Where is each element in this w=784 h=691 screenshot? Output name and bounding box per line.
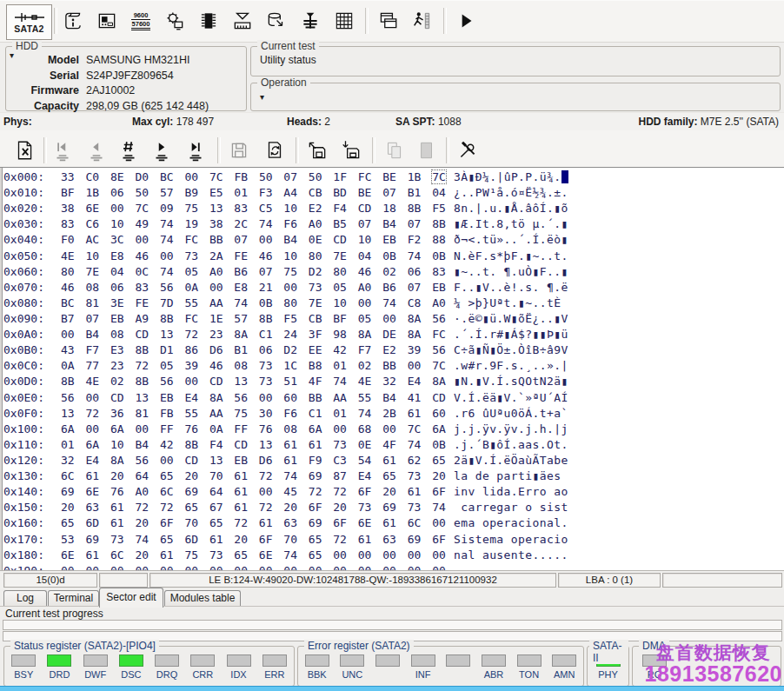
utility-settings-icon — [163, 10, 186, 32]
last-sector-button[interactable] — [180, 135, 211, 166]
first-sector-button[interactable] — [47, 135, 78, 166]
hex-row[interactable]: 0x060:80 7E 04 0C 74 05 A0 B6 07 75 D2 8… — [3, 264, 568, 280]
save-sector-button[interactable] — [223, 135, 255, 166]
hex-row[interactable]: 0x030:83 C6 10 49 74 19 38 2C 74 F6 A0 B… — [3, 216, 568, 232]
tab-modules-table[interactable]: Modules table — [164, 590, 241, 607]
hex-row[interactable]: 0x120:32 E4 8A 56 00 CD 13 EB D6 61 F9 C… — [3, 453, 568, 468]
goto-sector-button[interactable] — [113, 135, 144, 166]
hex-bytes: 80 7E 04 0C 74 05 A0 B6 07 75 D2 80 46 0… — [61, 264, 447, 280]
save-sector-icon — [228, 139, 250, 162]
hex-address: 0x160: — [3, 515, 61, 531]
hex-address: 0x000: — [3, 169, 61, 185]
hex-row[interactable]: 0x170:53 69 73 74 65 6D 61 20 6F 70 65 7… — [3, 532, 568, 548]
exit-run-button[interactable] — [406, 5, 437, 37]
dma-register-title: DMA — [639, 640, 669, 652]
next-sector-button[interactable] — [146, 135, 177, 166]
start-button[interactable] — [450, 5, 482, 37]
heads-filter-button[interactable] — [295, 5, 326, 37]
hex-row[interactable]: 0x080:BC 81 3E FE 7D 55 AA 74 0B 80 7E 1… — [3, 296, 568, 311]
hex-bytes: 53 69 73 74 65 6D 61 20 6F 70 65 72 61 6… — [61, 532, 447, 548]
led-label: DWF — [84, 669, 106, 680]
hdd-model-value: SAMSUNG HM321HI — [86, 53, 189, 69]
hex-row[interactable]: 0x070:46 08 06 83 56 0A 00 E8 21 00 73 0… — [3, 280, 568, 296]
tab-log[interactable]: Log — [3, 590, 47, 607]
hdd-panel-title: HDD — [12, 40, 42, 52]
hex-row[interactable]: 0x0D0:8B 4E 02 8B 56 00 CD 13 73 51 4F 7… — [3, 374, 568, 389]
heads-filter-icon — [299, 10, 322, 32]
save-to-file-button[interactable] — [336, 135, 367, 166]
led-lamp — [262, 654, 287, 667]
hex-row[interactable]: 0x020:38 6E 00 7C 09 75 13 83 C5 10 E2 F… — [3, 201, 568, 216]
hex-row[interactable]: 0x0B0:43 F7 E3 8B D1 86 D6 B1 06 D2 EE 4… — [3, 342, 568, 358]
hex-bytes: 6E 61 6C 20 61 75 73 65 6E 74 65 00 00 0… — [61, 548, 447, 563]
paste-button[interactable] — [410, 135, 442, 166]
drive-info-button[interactable] — [57, 5, 89, 37]
refresh-sector-button[interactable] — [259, 135, 290, 166]
data-extractor-icon — [265, 10, 288, 32]
hex-address: 0x0E0: — [3, 390, 61, 406]
led-INF: INF — [407, 654, 440, 680]
hex-address: 0x0A0: — [3, 327, 61, 342]
tab-terminal[interactable]: Terminal — [48, 590, 99, 607]
hdd-serial-label: Serial — [11, 69, 86, 84]
sata-port-button[interactable]: SATA2 — [6, 4, 52, 40]
port-speed-button[interactable]: 9600 57600 — [125, 5, 156, 37]
chip-button[interactable] — [193, 5, 224, 37]
hex-row[interactable]: 0x130:6C 61 20 64 65 20 70 61 72 74 69 8… — [3, 468, 568, 484]
hex-settings-button[interactable] — [452, 135, 483, 166]
led-label: ERR — [264, 669, 284, 680]
operation-dropdown-caret[interactable]: ▾ — [260, 93, 264, 102]
hex-row[interactable]: 0x180:6E 61 6C 20 61 75 73 65 6E 74 65 0… — [3, 548, 568, 563]
hex-row[interactable]: 0x040:F0 AC 3C 00 74 FC BB 07 00 B4 0E C… — [3, 232, 568, 248]
head-map-button[interactable] — [227, 5, 258, 37]
hex-row[interactable]: 0x090:B7 07 EB A9 8B FC 1E 57 8B F5 CB B… — [3, 311, 568, 327]
hex-bytes: 8B 4E 02 8B 56 00 CD 13 73 51 4F 74 4E 3… — [61, 374, 447, 389]
hex-ascii: .´.Í.r#▮Á$?▮▮Þ▮ü — [454, 327, 568, 342]
load-from-file-button[interactable] — [302, 135, 333, 166]
hex-ascii: 3À▮Ð¼.|ûP.P.ü¾.| — [454, 169, 568, 185]
hex-row[interactable]: 0x0E0:56 00 CD 13 EB E4 8A 56 00 60 BB A… — [3, 390, 568, 406]
hex-cursor: 7C — [432, 170, 446, 183]
led-label: DRD — [50, 669, 70, 680]
hex-address: 0x020: — [3, 201, 61, 216]
sector-map-button[interactable] — [329, 5, 360, 37]
hex-row[interactable]: 0x150:20 63 61 72 72 65 67 61 72 20 6F 2… — [3, 500, 568, 515]
hex-row[interactable]: 0x0A0:00 B4 08 CD 13 72 23 8A C1 24 3F 9… — [3, 327, 568, 342]
led-lamp — [411, 654, 435, 667]
sa-spt: SA SPT: 1088 — [395, 113, 462, 130]
sector-hex-editor[interactable]: 0x000:33 C0 8E D0 BC 00 7C FB 50 07 50 1… — [0, 167, 784, 571]
dma-register-panel: DMA RQ — [632, 646, 781, 687]
hex-row[interactable]: 0x160:65 6D 61 20 6F 70 65 72 61 63 69 6… — [3, 515, 568, 531]
utility-settings-button[interactable] — [159, 5, 190, 37]
hex-row[interactable]: 0x0F0:13 72 36 81 FB 55 AA 75 30 F6 C1 0… — [3, 406, 568, 422]
hex-bytes: 83 C6 10 49 74 19 38 2C 74 F6 A0 B5 07 B… — [61, 216, 447, 232]
hex-row[interactable]: 0x000:33 C0 8E D0 BC 00 7C FB 50 07 50 1… — [3, 169, 568, 185]
hex-row[interactable]: 0x010:BF 1B 06 50 57 B9 E5 01 F3 A4 CB B… — [3, 185, 568, 201]
first-sector-icon — [51, 139, 74, 162]
status-le-values: LE B:124-W:49020-DW:102481788-QW:-189338… — [149, 573, 556, 588]
hex-row[interactable]: 0x0C0:0A 77 23 72 05 39 46 08 73 1C B8 0… — [3, 358, 568, 374]
drive-map-button[interactable] — [91, 5, 123, 37]
data-extractor-button[interactable] — [261, 5, 292, 37]
hex-ascii: C÷ã▮Ñ▮Ö±.ÒîB÷â9V — [454, 342, 568, 358]
hex-bytes: 38 6E 00 7C 09 75 13 83 C5 10 E2 F4 CD 1… — [61, 201, 447, 216]
paste-icon — [415, 139, 437, 162]
hex-ascii: Sistema operacio — [454, 532, 568, 548]
prev-sector-button[interactable] — [81, 135, 112, 166]
current-test-status: Utility status — [260, 54, 316, 66]
hex-row[interactable]: 0x140:69 6E 76 A0 6C 69 64 61 00 45 72 7… — [3, 484, 568, 500]
hex-row[interactable]: 0x050:4E 10 E8 46 00 73 2A FE 46 10 80 7… — [3, 249, 568, 264]
windows-cascade-button[interactable] — [372, 5, 403, 37]
clear-sector-button[interactable] — [9, 135, 40, 166]
refresh-sector-icon — [263, 139, 286, 162]
led-BBK: BBK — [301, 654, 334, 680]
hex-row[interactable]: 0x110:01 6A 10 B4 42 8B F4 CD 13 61 61 7… — [3, 437, 568, 453]
hex-ascii: ¿..PW¹å.ó¤Ë½¾.±. — [454, 185, 568, 201]
port-speed-icon: 9600 57600 — [131, 11, 151, 30]
copy-button[interactable] — [378, 135, 409, 166]
tab-sector-edit[interactable]: Sector edit — [99, 588, 163, 608]
led-ABR: ABR — [477, 654, 510, 680]
hex-row[interactable]: 0x100:6A 00 6A 00 FF 76 0A FF 76 08 6A 0… — [3, 422, 568, 437]
hex-address: 0x010: — [3, 185, 61, 201]
led-label: IDX — [230, 669, 246, 680]
